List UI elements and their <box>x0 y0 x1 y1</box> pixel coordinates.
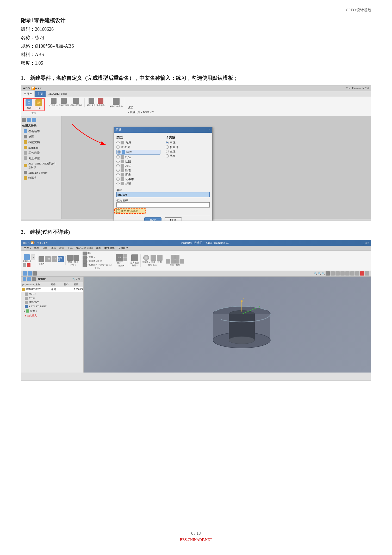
subtype-sheet[interactable]: 板金件 <box>166 145 210 149</box>
tab-home[interactable]: 主页 <box>35 91 46 97</box>
subtype-wire[interactable]: 线束 <box>166 154 210 158</box>
view-icon9[interactable] <box>365 271 369 276</box>
axis-btn[interactable]: ✕✦ <box>52 256 57 262</box>
tree-row-part[interactable]: PRT0103.PRT 练习 7.850000 <box>21 287 83 292</box>
appearance-btn[interactable]: 外观率 ▾ <box>142 255 150 264</box>
regen-history[interactable]: ▾ <box>32 254 35 263</box>
tree-row-front[interactable]: ∥ FRONT <box>21 300 83 304</box>
dialog-confirm-button[interactable]: 确定 <box>144 217 161 221</box>
menu-mcadex[interactable]: MCADEx Tools <box>74 246 95 251</box>
view-icon7[interactable] <box>355 271 359 276</box>
subtype-solid[interactable]: 实体 <box>166 141 210 145</box>
type-manufacture[interactable]: 制造 <box>116 155 160 159</box>
session-button[interactable]: 选项卡目录 <box>59 98 69 107</box>
type-report[interactable]: 报告 <box>116 168 160 172</box>
open-button[interactable]: 📂 打开 <box>34 99 43 110</box>
common-name-input[interactable] <box>116 202 210 208</box>
menu-analysis[interactable]: 分析 <box>41 246 49 251</box>
extrude-btn[interactable]: 拉伸 <box>73 255 79 264</box>
sidebar-item-network[interactable]: 网上邻居 <box>22 156 60 161</box>
menu-annotate[interactable]: 注释 <box>49 246 58 251</box>
type-markup[interactable]: 标记 <box>116 182 160 186</box>
menu-render[interactable]: 渲染 <box>58 246 66 251</box>
plane-btn[interactable]: 平面 <box>45 256 51 262</box>
tab-mcadex[interactable]: MCADEx Tools <box>46 91 70 97</box>
type-part[interactable]: 零件 <box>116 150 160 155</box>
menu-apps[interactable]: 应用程序 <box>116 246 130 251</box>
system-color-button[interactable]: 系统颜色 <box>96 98 105 107</box>
type-chart[interactable]: 图表 <box>116 173 160 177</box>
dialog-close-button[interactable]: × <box>209 128 211 132</box>
name-input[interactable] <box>116 192 210 197</box>
sketch-btn[interactable]: 草绘 <box>67 255 73 264</box>
open-prev-button[interactable]: 打开上一 <box>49 98 58 107</box>
icon3[interactable] <box>33 271 37 276</box>
section-btn[interactable]: 截面 <box>151 255 156 264</box>
sidebar-header: 公用文件夹 <box>22 124 60 127</box>
common-name-field: 公用名称 <box>116 198 210 208</box>
tree-icon1[interactable] <box>23 277 26 281</box>
type-pf[interactable]: PF布局 <box>116 145 160 149</box>
array-btn[interactable]: ⠿⠿ 阵列 <box>116 254 123 264</box>
sidebar-item-xujianbo[interactable]: xujianbo <box>22 145 60 150</box>
regen-button[interactable]: 重新生成 <box>23 254 31 263</box>
tab-file[interactable]: 文件 ▾ <box>21 91 35 97</box>
sidebar-item-libraries[interactable]: ALL_LIBRARIES库文件总目录 <box>22 161 60 170</box>
type-drawing[interactable]: 绘图 <box>116 160 160 163</box>
menu-model[interactable]: 模型 <box>33 246 41 251</box>
col-density: 密度 <box>74 283 84 286</box>
view-icon1[interactable] <box>326 271 330 276</box>
model-tree-label: 模型树 <box>38 277 46 281</box>
type-notebook[interactable]: 记事本 <box>116 177 160 181</box>
menu-view[interactable]: 视图 <box>94 246 103 251</box>
sidebar-item-desktop[interactable]: 桌面 <box>22 134 60 139</box>
subtype-label: 子类型 <box>166 135 210 140</box>
dialog-cancel-button[interactable]: 取消 <box>165 217 182 221</box>
type-layout[interactable]: 布局 <box>116 141 160 145</box>
erase-button[interactable]: 拭除未显示的 <box>70 98 82 107</box>
view-icon4[interactable] <box>340 271 345 276</box>
sidebar-item-mydocs[interactable]: 我的文档 <box>22 139 60 145</box>
view-icon2[interactable] <box>331 271 335 276</box>
ops-btn1[interactable] <box>39 256 44 262</box>
tree-settings[interactable]: 🔧 ▾ ⊞ ▾ <box>72 278 82 280</box>
icon2[interactable] <box>28 271 32 276</box>
screenshot1: ■ □ ✎ 🔁 ▸ ■ ▾ Creo Parametric 2.0 文件 ▾ 主… <box>21 85 371 221</box>
tree-row-extrude[interactable]: ▶ 拉伸 1 <box>21 309 83 313</box>
sidebar-item-workdir[interactable]: 工作目录 <box>22 150 60 156</box>
view-icon3[interactable] <box>335 271 340 276</box>
doc-info: 附录Ⅰ 零件建模设计 编码：20160626 名称：练习 规格：Ø100*50-… <box>21 16 371 67</box>
appendix-title: 附录Ⅰ 零件建模设计 <box>21 16 371 25</box>
screenshot2-titlebar: ■ □ ✎ 🔁 ↩ ↪ ■ ▸ ■ ▾ PRT0103 (活动的) – Creo… <box>21 240 371 246</box>
new-part-dialog: 新建 × 类型 布局 <box>114 127 213 221</box>
spec-line: 规格：Ø100*50-机加-ABS <box>21 42 371 50</box>
view-icon5[interactable] <box>345 271 350 276</box>
menu-file[interactable]: 文件 ▾ <box>22 246 33 251</box>
sidebar-item-favorites[interactable]: 收藏夹 <box>22 175 60 181</box>
tree-row-top[interactable]: ∥ TOP <box>21 296 83 300</box>
tree-row-side[interactable]: ∥ SIDE <box>21 292 83 296</box>
measure-icons[interactable] <box>166 255 184 264</box>
distance-btn[interactable]: 距离 <box>157 255 163 264</box>
new-button[interactable]: □ 新建 <box>24 99 33 110</box>
model-display-button[interactable]: 模型显示 <box>87 98 96 107</box>
type-format[interactable]: 格式 <box>116 164 160 168</box>
menu-flex[interactable]: 柔性建模 <box>103 246 116 251</box>
tree-icon2[interactable] <box>27 277 31 281</box>
page-number: 8 / 13 <box>0 531 392 536</box>
subtype-main[interactable]: 主体 <box>166 150 210 154</box>
coord-btn[interactable]: 坐标系 <box>58 256 64 262</box>
sidebar-item-session[interactable]: 在会话中 <box>22 129 60 134</box>
model-tree-panel: 模型树 🔧 ▾ ⊞ ▾ ptc_common_名称 规格 材料 密度 备 PRT… <box>21 277 84 373</box>
erase-file-button[interactable]: 擦除/部件文件 <box>110 98 123 108</box>
icon1[interactable] <box>23 271 27 276</box>
view-icon8[interactable] <box>360 271 364 276</box>
sidebar-item-manikin[interactable]: Manikin Library <box>22 170 60 175</box>
tree-icon3[interactable] <box>32 277 36 281</box>
name-field-label: 名称 <box>116 188 210 192</box>
menu-tools[interactable]: 工具 <box>66 246 74 251</box>
tree-row-start[interactable]: ✶ START_PART <box>21 304 83 309</box>
view-icon6[interactable] <box>350 271 354 276</box>
boundary-blend-btn[interactable]: 边界混合 <box>130 254 139 264</box>
ribbon-area: 重新生成 ▾ 平面 <box>21 251 371 271</box>
